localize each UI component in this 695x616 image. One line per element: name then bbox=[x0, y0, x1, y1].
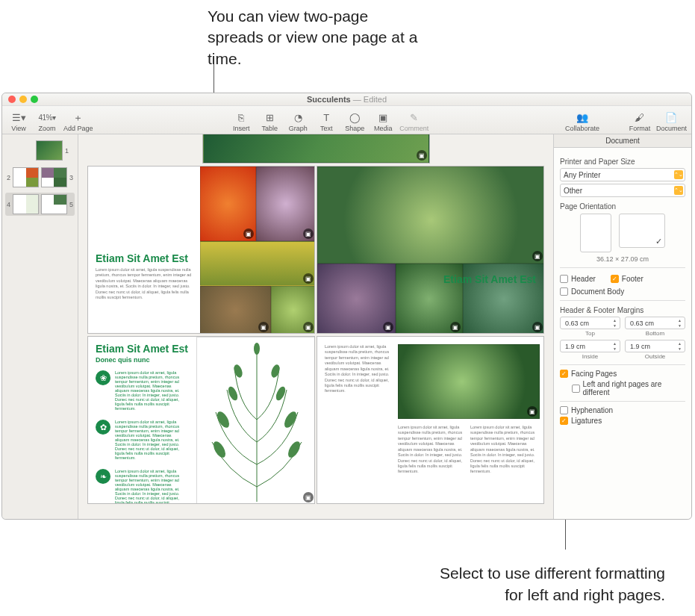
callout-line bbox=[565, 520, 566, 550]
thumb-spread-2-3[interactable]: 2 3 bbox=[5, 166, 75, 189]
fullscreen-button[interactable] bbox=[31, 96, 38, 103]
page-thumbnails: 1 2 3 4 5 bbox=[2, 134, 78, 519]
page-heading: Etiam Sit Amet Est bbox=[96, 252, 188, 264]
body-text: Lorem ipsum dolor sit amet, ligula suspe… bbox=[470, 425, 537, 500]
image-icon: ▣ bbox=[532, 251, 543, 261]
doc-title: Succulents — Edited bbox=[307, 95, 387, 104]
inspector-panel: Document Printer and Paper Size Any Prin… bbox=[553, 134, 691, 519]
page-3[interactable]: ▣ ▣ ▣ ▣ Etiam Sit Amet Est bbox=[317, 166, 544, 334]
page-subhead: Donec quis nunc bbox=[96, 356, 150, 364]
svg-point-0 bbox=[211, 440, 228, 460]
inspector-tab-document[interactable]: Document bbox=[554, 134, 691, 148]
svg-point-4 bbox=[226, 385, 240, 402]
minimize-button[interactable] bbox=[19, 96, 27, 103]
zoom-button[interactable]: 41%▾Zoom bbox=[35, 111, 59, 132]
view-button[interactable]: ☰▾View bbox=[7, 111, 31, 132]
orientation-landscape[interactable]: ✓ bbox=[619, 214, 665, 248]
callout-top: You can view two-page spreads or view on… bbox=[208, 6, 424, 69]
ligatures-checkbox[interactable]: ✓Ligatures bbox=[560, 417, 685, 425]
orientation-portrait[interactable] bbox=[580, 214, 611, 252]
image-icon: ▣ bbox=[303, 228, 314, 239]
callout-line bbox=[214, 64, 214, 94]
image-icon: ▣ bbox=[532, 322, 543, 332]
thumb-page-1[interactable]: 1 bbox=[5, 139, 75, 162]
document-body-checkbox[interactable]: Document Body bbox=[560, 287, 685, 296]
image-icon: ▣ bbox=[303, 322, 314, 332]
top-margin-stepper[interactable]: 0.63 cm▲▼ bbox=[560, 317, 620, 329]
svg-point-8 bbox=[254, 343, 260, 355]
printer-select[interactable]: Any Printer⌃⌄ bbox=[560, 168, 685, 181]
orientation-label: Page Orientation bbox=[560, 202, 685, 211]
svg-point-6 bbox=[232, 364, 244, 379]
titlebar: Succulents — Edited bbox=[2, 93, 691, 106]
body-text: Lorem ipsum dolor sit amet, ligula suspe… bbox=[398, 425, 465, 500]
graph-button[interactable]: ◔Graph bbox=[286, 111, 310, 132]
facing-pages-checkbox[interactable]: ✓Facing Pages bbox=[560, 370, 685, 378]
image-icon: ▣ bbox=[258, 322, 269, 332]
check-icon: ✓ bbox=[655, 237, 662, 246]
page-5[interactable]: Lorem ipsum dolor sit amet, ligula suspe… bbox=[317, 336, 544, 504]
collaborate-button[interactable]: 👥Collaborate bbox=[565, 111, 599, 132]
header-checkbox[interactable]: Header bbox=[560, 275, 596, 283]
thumb-spread-4-5[interactable]: 4 5 bbox=[5, 193, 75, 216]
shape-button[interactable]: ◯Shape bbox=[343, 111, 367, 132]
toolbar: ☰▾View 41%▾Zoom ＋Add Page ⎘Insert ⊞Table… bbox=[2, 106, 691, 134]
svg-point-7 bbox=[269, 364, 281, 379]
image-icon: ▣ bbox=[303, 492, 314, 503]
table-button[interactable]: ⊞Table bbox=[258, 111, 281, 132]
page-4[interactable]: Etiam Sit Amet Est Donec quis nunc ❀Lore… bbox=[87, 336, 315, 504]
bottom-margin-stepper[interactable]: 0.63 cm▲▼ bbox=[625, 317, 685, 329]
image-icon: ▣ bbox=[383, 322, 393, 332]
page-heading: Etiam Sit Amet Est bbox=[443, 273, 536, 285]
comment-button[interactable]: ✎Comment bbox=[399, 111, 428, 132]
image-icon: ▣ bbox=[450, 322, 461, 332]
insert-button[interactable]: ⎘Insert bbox=[229, 111, 253, 132]
page-1[interactable]: ▣ bbox=[202, 134, 430, 164]
leaf-icon: ✿ bbox=[96, 420, 110, 435]
hf-margins-label: Header & Footer Margins bbox=[560, 306, 685, 314]
inside-margin-stepper[interactable]: 1.9 cm▲▼ bbox=[560, 340, 620, 352]
document-button[interactable]: 📄Document bbox=[656, 111, 687, 132]
fern-illustration bbox=[197, 337, 315, 504]
leaf-icon: ❧ bbox=[96, 469, 110, 484]
image-icon: ▣ bbox=[243, 228, 254, 239]
image-icon: ▣ bbox=[303, 273, 314, 284]
text-button[interactable]: TText bbox=[314, 111, 338, 132]
footer-checkbox[interactable]: ✓Footer bbox=[611, 275, 643, 283]
svg-point-5 bbox=[274, 385, 287, 402]
app-window: Succulents — Edited ☰▾View 41%▾Zoom ＋Add… bbox=[1, 93, 692, 520]
page-2[interactable]: ▣ ▣ ▣ ▣ ▣ Etiam Sit Amet Est Lorem ipsum… bbox=[87, 166, 315, 334]
page-dimensions: 36.12 × 27.09 cm bbox=[560, 255, 685, 263]
body-text: Lorem ipsum dolor sit amet, ligula suspe… bbox=[325, 344, 392, 494]
body-text: Lorem ipsum dolor sit amet, ligula suspe… bbox=[96, 267, 193, 312]
paper-select[interactable]: Other⌃⌄ bbox=[560, 184, 685, 197]
svg-point-1 bbox=[286, 440, 302, 460]
outside-margin-stepper[interactable]: 1.9 cm▲▼ bbox=[625, 340, 685, 352]
lr-different-checkbox[interactable]: Left and right pages are different bbox=[572, 380, 685, 396]
close-button[interactable] bbox=[8, 96, 16, 103]
callout-bottom: Select to use different formatting for l… bbox=[437, 563, 665, 606]
format-button[interactable]: 🖌Format bbox=[628, 111, 652, 132]
leaf-icon: ❀ bbox=[96, 370, 110, 385]
image-icon: ▣ bbox=[527, 406, 537, 417]
hyphenation-checkbox[interactable]: Hyphenation bbox=[560, 406, 685, 414]
document-canvas[interactable]: ▣ ▣ ▣ ▣ ▣ ▣ Etiam Sit Amet Est Lorem ips… bbox=[78, 134, 553, 519]
page-heading: Etiam Sit Amet Est bbox=[96, 343, 188, 355]
svg-point-3 bbox=[282, 410, 299, 430]
printer-size-label: Printer and Paper Size bbox=[560, 158, 685, 166]
image-icon: ▣ bbox=[417, 150, 427, 161]
svg-point-2 bbox=[215, 410, 231, 430]
add-page-button[interactable]: ＋Add Page bbox=[63, 111, 93, 132]
media-button[interactable]: ▣Media bbox=[371, 111, 395, 132]
